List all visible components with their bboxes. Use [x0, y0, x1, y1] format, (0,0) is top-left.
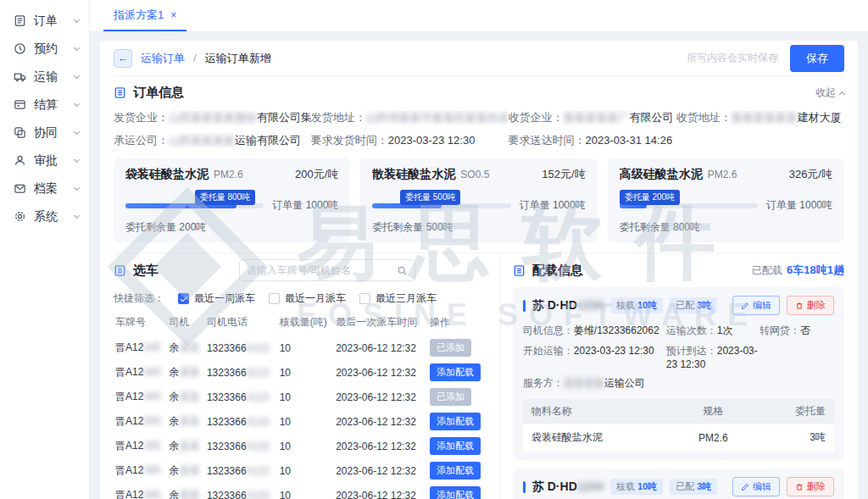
phone-visible: 1323366 — [207, 367, 247, 379]
progress-track: 委托量 800吨 — [125, 203, 264, 208]
sidebar-item-system[interactable]: 系统 — [0, 202, 89, 230]
loaded-badge: 已配 3吨 — [670, 479, 717, 495]
table-row: 晋A12345 余某某 13233660123 10 2023-06-12 12… — [114, 409, 488, 434]
time-cell: 2023-06-12 12:32 — [334, 458, 428, 483]
driver-redacted: 某某 — [180, 440, 200, 452]
breadcrumb-parent[interactable]: 运输订单 — [141, 51, 185, 66]
phone-cell: 13233660123 — [205, 385, 278, 409]
loaded-value: 3吨 — [697, 481, 711, 491]
add-load-button[interactable]: 添加配载 — [430, 486, 481, 499]
plate-redacted: 1234 — [577, 480, 604, 493]
sidebar-item-appointments[interactable]: 预约 — [0, 35, 89, 63]
driver-visible: 余 — [170, 391, 180, 402]
driver-cell: 余某某 — [168, 458, 205, 483]
accent-bar-icon — [523, 300, 526, 312]
sidebar-item-transport[interactable]: 运输 — [0, 63, 89, 91]
service-provider: 服务方：某某某某运输公司 — [523, 376, 666, 391]
order-field: 发货企业：山西某某某某股份有限公司集团 — [114, 110, 311, 125]
field-label: 承运公司： — [114, 134, 169, 147]
sidebar-item-archives[interactable]: 档案 — [0, 175, 89, 202]
add-load-button[interactable]: 添加配载 — [430, 437, 481, 455]
close-icon[interactable]: × — [170, 9, 176, 21]
phone-visible: 1323366 — [207, 416, 247, 428]
phone-redacted: 0123 — [247, 441, 270, 452]
load-cell: 10 — [278, 360, 334, 385]
table-row: 晋A12345 余某某 13233660123 10 2023-06-12 12… — [114, 335, 488, 360]
material-row: 袋装硅酸盐水泥 PM2.6 3吨 — [523, 424, 834, 452]
order-total-label: 订单量 1000吨 — [520, 198, 586, 213]
plate-redacted: 1234 — [577, 298, 604, 312]
order-fields: 发货企业：山西某某某某股份有限公司集团 发货地址：山西省某某市某某区某某街道某某… — [114, 108, 844, 158]
chevron-down-icon — [74, 16, 80, 22]
field-label: 收货企业： — [508, 111, 563, 124]
load-cards: 苏 D·HD1234 核载 10吨 已配 3吨 编辑 — [513, 287, 844, 499]
product-progress-row: 委托量 200吨 订单量 1000吨 — [620, 198, 832, 213]
delete-button[interactable]: 删除 — [787, 477, 834, 496]
plate-visible: 晋A12 — [115, 366, 143, 378]
add-load-button[interactable]: 添加配载 — [430, 462, 481, 480]
add-load-button[interactable]: 添加配载 — [430, 363, 481, 381]
time-cell: 2023-06-12 12:32 — [334, 483, 428, 499]
phone-redacted: 0123 — [247, 465, 270, 477]
edit-button[interactable]: 编辑 — [732, 296, 780, 315]
back-button[interactable]: ← — [114, 49, 132, 68]
delete-label: 删除 — [807, 480, 826, 493]
phone-visible: 1323366 — [207, 342, 247, 354]
time-cell: 2023-06-12 12:32 — [334, 434, 428, 458]
plate-cell: 晋A12345 — [114, 483, 168, 499]
driver-cell: 余某某 — [168, 385, 205, 409]
plate-visible: 晋A12 — [115, 415, 143, 427]
plate-redacted: 345 — [143, 464, 160, 476]
product-top-row: 散装硅酸盐水泥 SO0.5 152元/吨 — [372, 167, 585, 182]
action-cell: 已添加 — [428, 385, 488, 409]
order-field: 发货地址：山西省某某市某某区某某街道某某号100 — [311, 110, 509, 125]
load-cell: 10 — [278, 385, 334, 409]
product-name: 散装硅酸盐水泥 — [372, 167, 455, 182]
plate-cell: 晋A12345 — [114, 458, 168, 483]
trash-icon — [795, 483, 804, 491]
load-card-info: 司机信息：姜维/13233662062 运输次数：1次 转网贷：否 开始运输：2… — [523, 324, 834, 391]
tab-bar: 指派方案1 × — [90, 0, 868, 32]
checkbox-unchecked-icon[interactable] — [269, 293, 280, 304]
action-cell: 添加配载 — [428, 483, 488, 499]
product-price: 152元/吨 — [542, 167, 585, 182]
table-row: 晋A12345 余某某 13233660123 10 2023-06-12 12… — [114, 360, 488, 385]
filter-checkbox[interactable]: 最近一周派车 — [178, 291, 255, 306]
delete-button[interactable]: 删除 — [787, 296, 834, 315]
loaded-summary: 已配载 6车18吨1趟 — [752, 263, 844, 278]
order-info-title: 订单信息 — [133, 85, 184, 101]
filter-checkbox[interactable]: 最近三月派车 — [359, 291, 437, 306]
tab-dispatch-plan-1[interactable]: 指派方案1 × — [103, 0, 186, 31]
col-actions: 操作 — [428, 309, 488, 335]
search-input[interactable] — [247, 264, 397, 276]
filter-checkbox[interactable]: 最近一月派车 — [269, 291, 346, 306]
quick-filters: 快捷筛选： 最近一周派车 — [114, 287, 488, 309]
sidebar-item-collaboration[interactable]: 协同 — [0, 119, 89, 147]
field-value: 2023-03-23 12:30 — [388, 134, 476, 147]
driver-redacted: 某某 — [180, 366, 200, 378]
collapse-toggle[interactable]: 收起 — [815, 86, 844, 100]
plate-visible: 晋A12 — [115, 341, 143, 353]
checkbox-checked-icon[interactable] — [178, 293, 189, 304]
archive-icon — [14, 182, 26, 195]
sidebar-item-approval[interactable]: 审批 — [0, 147, 89, 175]
edit-button[interactable]: 编辑 — [732, 477, 780, 496]
load-panel-header: 配载信息 已配载 6车18吨1趟 — [513, 253, 844, 287]
field-value-redacted: 山西省某某市某某区某某街道某某号100 — [366, 111, 509, 124]
plate-visible: 苏 D·HD — [532, 298, 577, 312]
plate-cell: 晋A12345 — [114, 360, 168, 385]
vehicle-search[interactable] — [239, 259, 415, 281]
phone-cell: 13233660123 — [205, 335, 278, 360]
load-card-header: 苏 D·HD1234 核载 10吨 已配 3吨 编辑 — [523, 477, 834, 496]
save-button[interactable]: 保存 — [790, 45, 844, 72]
trash-icon — [795, 302, 804, 310]
checkbox-unchecked-icon[interactable] — [359, 293, 370, 304]
sidebar-item-settlement[interactable]: 结算 — [0, 91, 89, 119]
field-value: 运输有限公司 — [235, 134, 301, 147]
table-row: 晋A12345 余某某 13233660123 10 2023-06-12 12… — [114, 483, 488, 499]
remaining-amount-label: 委托剩余量 800吨 — [620, 220, 832, 235]
toolbar: ← 运输订单 / 运输订单新增 所写内容会实时保存 保存 — [114, 41, 844, 76]
add-load-button[interactable]: 添加配载 — [430, 413, 481, 430]
action-cell: 添加配载 — [428, 458, 488, 483]
sidebar-item-orders[interactable]: 订单 — [0, 7, 89, 35]
